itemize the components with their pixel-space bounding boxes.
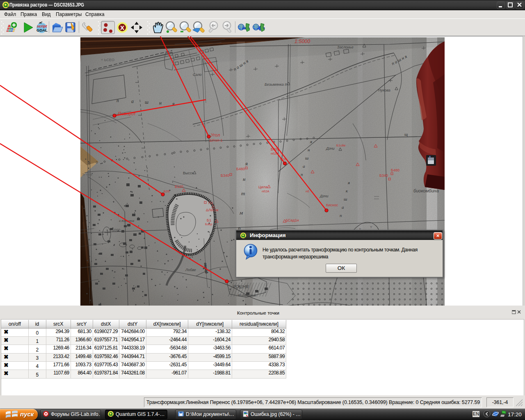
svg-text:X: X (120, 24, 124, 31)
svg-text:GDAL: GDAL (37, 28, 48, 32)
svg-text:ш: ш (344, 196, 347, 201)
svg-text:а: а (342, 205, 344, 210)
svg-text:т: т (241, 190, 245, 196)
svg-text:Заслонье: Заслонье (337, 45, 354, 49)
svg-text:Б1сйе: Б1сйе (336, 144, 346, 147)
svg-text:я: я (245, 160, 248, 167)
svg-text:Б340: Б340 (221, 173, 229, 178)
svg-text:+ ЬСЕО: + ЬСЕО (101, 58, 114, 62)
svg-text:н: н (308, 147, 310, 152)
svg-text:Б480: Б480 (236, 167, 245, 171)
svg-text:Б1: Б1 (207, 218, 211, 222)
svg-text:а: а (131, 98, 134, 104)
svg-text:Б120: Б120 (175, 185, 183, 189)
svg-text:ΔУгол-1: ΔУгол-1 (209, 138, 222, 142)
svg-text:п: п (340, 213, 342, 218)
svg-text:Дачи: Дачи (326, 146, 334, 151)
svg-text:н: н (159, 100, 162, 106)
svg-text:я: я (310, 139, 312, 144)
svg-text:Высск: Высск (183, 171, 193, 175)
svg-text:щ: щ (404, 132, 408, 137)
svg-text:н: н (243, 176, 245, 182)
svg-text:Y: Y (370, 225, 372, 229)
svg-text:Б2б: Б2б (164, 189, 170, 193)
svg-text:ш: ш (305, 155, 308, 160)
svg-text:я: я (347, 180, 350, 185)
svg-text:к: к (346, 188, 348, 193)
svg-text:РОШНЯ: РОШНЯ (233, 285, 249, 289)
svg-text:биокомбина: биокомбина (413, 188, 439, 193)
svg-text:а: а (303, 164, 305, 169)
svg-text:пб: пб (306, 189, 309, 193)
svg-text:ΔСад1н: ΔСад1н (285, 218, 299, 222)
svg-text:Дачи: Дачи (320, 194, 328, 198)
svg-text:пб2А: пб2А (262, 189, 269, 193)
svg-text:м: м (239, 210, 243, 216)
svg-text:ΔЛесок: ΔЛесок (206, 208, 219, 212)
svg-text:Угол: Угол (211, 132, 220, 137)
svg-text:1:5000: 1:5000 (294, 39, 310, 44)
svg-text:Киснос: Киснос (326, 203, 338, 207)
svg-text:п: п (116, 98, 119, 103)
svg-text:Цила: Цила (258, 185, 267, 189)
svg-text:ш: ш (145, 99, 148, 105)
svg-text:п: п (301, 172, 303, 177)
svg-text:Зг т3.8: Зг т3.8 (82, 173, 92, 176)
svg-text:Бзер: Бзер (205, 222, 212, 226)
svg-text:Нукова: Нукова (378, 88, 390, 92)
svg-text:Б480: Б480 (391, 168, 399, 172)
svg-text:Б340: Б340 (379, 173, 388, 178)
svg-text:Лобве: Лобве (185, 268, 196, 272)
svg-text:П1: П1 (208, 201, 213, 205)
svg-text:Безымянка II: Безымянка II (265, 82, 287, 87)
